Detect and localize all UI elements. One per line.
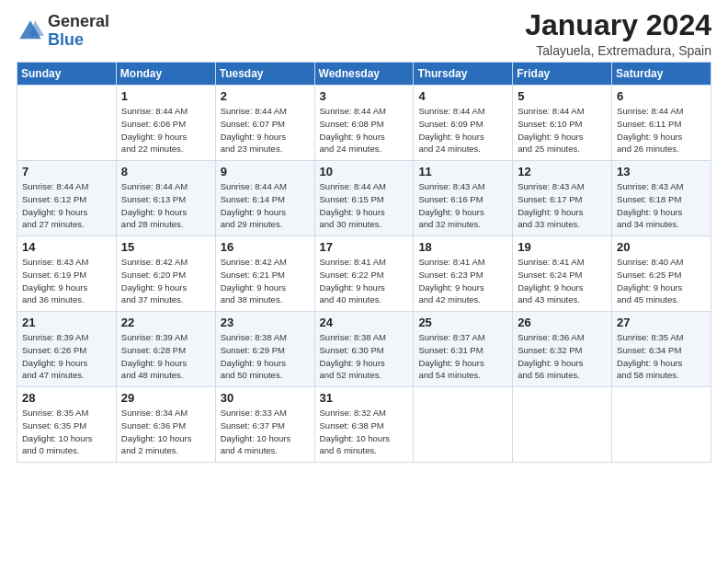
week-row-3: 14Sunrise: 8:43 AM Sunset: 6:19 PM Dayli…	[17, 236, 711, 312]
day-number: 16	[221, 240, 310, 254]
weekday-header-monday: Monday	[116, 63, 215, 86]
calendar-cell	[513, 387, 612, 463]
day-info: Sunrise: 8:44 AM Sunset: 6:13 PM Dayligh…	[121, 180, 210, 231]
week-row-5: 28Sunrise: 8:35 AM Sunset: 6:35 PM Dayli…	[17, 387, 711, 463]
day-number: 2	[221, 89, 310, 103]
calendar-cell: 13Sunrise: 8:43 AM Sunset: 6:18 PM Dayli…	[612, 161, 711, 236]
calendar-cell: 4Sunrise: 8:44 AM Sunset: 6:09 PM Daylig…	[414, 86, 513, 161]
calendar-cell: 7Sunrise: 8:44 AM Sunset: 6:12 PM Daylig…	[17, 161, 117, 236]
logo-general-text: General	[48, 12, 109, 30]
day-info: Sunrise: 8:35 AM Sunset: 6:34 PM Dayligh…	[617, 331, 706, 382]
day-info: Sunrise: 8:44 AM Sunset: 6:07 PM Dayligh…	[221, 105, 310, 155]
day-number: 11	[418, 165, 507, 178]
day-info: Sunrise: 8:42 AM Sunset: 6:20 PM Dayligh…	[121, 256, 210, 306]
day-info: Sunrise: 8:44 AM Sunset: 6:11 PM Dayligh…	[617, 105, 706, 155]
calendar-cell	[17, 86, 117, 161]
calendar-cell: 20Sunrise: 8:40 AM Sunset: 6:25 PM Dayli…	[612, 236, 711, 312]
calendar-cell: 16Sunrise: 8:42 AM Sunset: 6:21 PM Dayli…	[215, 236, 314, 312]
day-number: 17	[320, 240, 409, 254]
calendar-cell: 14Sunrise: 8:43 AM Sunset: 6:19 PM Dayli…	[17, 236, 117, 312]
day-info: Sunrise: 8:38 AM Sunset: 6:30 PM Dayligh…	[320, 331, 409, 382]
day-info: Sunrise: 8:32 AM Sunset: 6:38 PM Dayligh…	[320, 407, 409, 457]
weekday-header-tuesday: Tuesday	[215, 63, 314, 86]
title-block: January 2024 Talayuela, Extremadura, Spa…	[525, 9, 711, 58]
header: General Blue January 2024 Talayuela, Ext…	[17, 9, 711, 58]
day-number: 29	[121, 391, 210, 405]
calendar-title: January 2024	[525, 9, 711, 41]
day-number: 30	[221, 391, 310, 405]
day-info: Sunrise: 8:39 AM Sunset: 6:28 PM Dayligh…	[121, 331, 210, 382]
day-info: Sunrise: 8:43 AM Sunset: 6:16 PM Dayligh…	[418, 180, 507, 231]
day-number: 14	[22, 240, 111, 254]
day-number: 6	[617, 89, 706, 103]
day-number: 21	[22, 316, 111, 329]
calendar-cell: 28Sunrise: 8:35 AM Sunset: 6:35 PM Dayli…	[17, 387, 117, 463]
calendar-cell	[414, 387, 513, 463]
calendar-cell: 10Sunrise: 8:44 AM Sunset: 6:15 PM Dayli…	[314, 161, 414, 236]
day-number: 26	[518, 316, 607, 329]
day-info: Sunrise: 8:36 AM Sunset: 6:32 PM Dayligh…	[518, 331, 607, 382]
logo-icon	[17, 17, 44, 45]
day-info: Sunrise: 8:44 AM Sunset: 6:10 PM Dayligh…	[518, 105, 607, 155]
calendar-cell: 22Sunrise: 8:39 AM Sunset: 6:28 PM Dayli…	[116, 312, 215, 387]
day-number: 7	[22, 165, 111, 178]
day-info: Sunrise: 8:41 AM Sunset: 6:22 PM Dayligh…	[320, 256, 409, 306]
week-row-2: 7Sunrise: 8:44 AM Sunset: 6:12 PM Daylig…	[17, 161, 711, 236]
day-number: 23	[221, 316, 310, 329]
week-row-1: 1Sunrise: 8:44 AM Sunset: 6:06 PM Daylig…	[17, 86, 711, 161]
weekday-header-friday: Friday	[513, 63, 612, 86]
day-number: 27	[617, 316, 706, 329]
day-number: 4	[418, 89, 507, 103]
day-number: 18	[418, 240, 507, 254]
day-info: Sunrise: 8:44 AM Sunset: 6:14 PM Dayligh…	[221, 180, 310, 231]
day-info: Sunrise: 8:41 AM Sunset: 6:23 PM Dayligh…	[418, 256, 507, 306]
calendar-cell: 30Sunrise: 8:33 AM Sunset: 6:37 PM Dayli…	[215, 387, 314, 463]
calendar-cell: 31Sunrise: 8:32 AM Sunset: 6:38 PM Dayli…	[314, 387, 414, 463]
week-row-4: 21Sunrise: 8:39 AM Sunset: 6:26 PM Dayli…	[17, 312, 711, 387]
day-number: 19	[518, 240, 607, 254]
calendar-cell: 3Sunrise: 8:44 AM Sunset: 6:08 PM Daylig…	[314, 86, 414, 161]
day-info: Sunrise: 8:35 AM Sunset: 6:35 PM Dayligh…	[22, 407, 111, 457]
calendar-cell: 6Sunrise: 8:44 AM Sunset: 6:11 PM Daylig…	[612, 86, 711, 161]
day-number: 9	[221, 165, 310, 178]
calendar-cell: 17Sunrise: 8:41 AM Sunset: 6:22 PM Dayli…	[314, 236, 414, 312]
day-info: Sunrise: 8:33 AM Sunset: 6:37 PM Dayligh…	[221, 407, 310, 457]
calendar-cell: 24Sunrise: 8:38 AM Sunset: 6:30 PM Dayli…	[314, 312, 414, 387]
weekday-header-sunday: Sunday	[17, 63, 117, 86]
day-info: Sunrise: 8:41 AM Sunset: 6:24 PM Dayligh…	[518, 256, 607, 306]
day-info: Sunrise: 8:43 AM Sunset: 6:19 PM Dayligh…	[22, 256, 111, 306]
calendar-cell: 29Sunrise: 8:34 AM Sunset: 6:36 PM Dayli…	[116, 387, 215, 463]
day-info: Sunrise: 8:34 AM Sunset: 6:36 PM Dayligh…	[121, 407, 210, 457]
calendar-cell	[612, 387, 711, 463]
day-number: 12	[518, 165, 607, 178]
calendar-cell: 26Sunrise: 8:36 AM Sunset: 6:32 PM Dayli…	[513, 312, 612, 387]
day-info: Sunrise: 8:44 AM Sunset: 6:08 PM Dayligh…	[320, 105, 409, 155]
day-number: 1	[121, 89, 210, 103]
calendar-cell: 18Sunrise: 8:41 AM Sunset: 6:23 PM Dayli…	[414, 236, 513, 312]
calendar-cell: 12Sunrise: 8:43 AM Sunset: 6:17 PM Dayli…	[513, 161, 612, 236]
day-info: Sunrise: 8:39 AM Sunset: 6:26 PM Dayligh…	[22, 331, 111, 382]
day-number: 24	[320, 316, 409, 329]
calendar-cell: 15Sunrise: 8:42 AM Sunset: 6:20 PM Dayli…	[116, 236, 215, 312]
day-number: 25	[418, 316, 507, 329]
calendar-cell: 19Sunrise: 8:41 AM Sunset: 6:24 PM Dayli…	[513, 236, 612, 312]
logo: General Blue	[17, 13, 109, 50]
calendar-cell: 21Sunrise: 8:39 AM Sunset: 6:26 PM Dayli…	[17, 312, 117, 387]
day-number: 8	[121, 165, 210, 178]
day-info: Sunrise: 8:44 AM Sunset: 6:12 PM Dayligh…	[22, 180, 111, 231]
day-number: 5	[518, 89, 607, 103]
calendar-cell: 23Sunrise: 8:38 AM Sunset: 6:29 PM Dayli…	[215, 312, 314, 387]
day-info: Sunrise: 8:37 AM Sunset: 6:31 PM Dayligh…	[418, 331, 507, 382]
day-info: Sunrise: 8:40 AM Sunset: 6:25 PM Dayligh…	[617, 256, 706, 306]
weekday-header-wednesday: Wednesday	[314, 63, 414, 86]
day-info: Sunrise: 8:38 AM Sunset: 6:29 PM Dayligh…	[221, 331, 310, 382]
calendar-cell: 25Sunrise: 8:37 AM Sunset: 6:31 PM Dayli…	[414, 312, 513, 387]
calendar-cell: 27Sunrise: 8:35 AM Sunset: 6:34 PM Dayli…	[612, 312, 711, 387]
calendar-cell: 8Sunrise: 8:44 AM Sunset: 6:13 PM Daylig…	[116, 161, 215, 236]
day-number: 28	[22, 391, 111, 405]
calendar-page: General Blue January 2024 Talayuela, Ext…	[0, 0, 728, 563]
calendar-subtitle: Talayuela, Extremadura, Spain	[525, 43, 711, 58]
day-number: 3	[320, 89, 409, 103]
day-info: Sunrise: 8:44 AM Sunset: 6:15 PM Dayligh…	[320, 180, 409, 231]
weekday-header-saturday: Saturday	[612, 63, 711, 86]
